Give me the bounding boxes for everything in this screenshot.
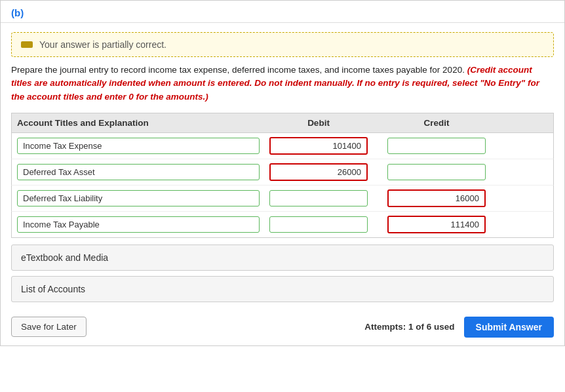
account-cell-2	[17, 164, 260, 180]
table-row	[11, 159, 554, 186]
account-input-3[interactable]	[17, 190, 260, 206]
etextbook-collapsible[interactable]: eTextbook and Media	[11, 245, 554, 271]
debit-cell-2	[260, 163, 378, 181]
account-cell-3	[17, 190, 260, 206]
debit-cell-1	[260, 137, 378, 155]
account-input-2[interactable]	[17, 164, 260, 180]
credit-cell-4	[378, 216, 496, 233]
header-debit: Debit	[260, 118, 378, 128]
journal-table: Account Titles and Explanation Debit Cre…	[11, 113, 554, 238]
section-label: (b)	[1, 1, 564, 22]
footer-right: Attempts: 1 of 6 used Submit Answer	[364, 317, 554, 338]
account-cell-4	[17, 216, 260, 233]
top-divider	[1, 22, 564, 23]
attempts-text: Attempts: 1 of 6 used	[364, 322, 454, 332]
submit-button[interactable]: Submit Answer	[464, 317, 554, 338]
account-input-4[interactable]	[17, 216, 260, 233]
instructions-normal: Prepare the journal entry to record inco…	[11, 65, 467, 75]
partial-correct-box: Your answer is partially correct.	[11, 32, 554, 57]
partial-correct-text: Your answer is partially correct.	[39, 39, 166, 50]
credit-input-2[interactable]	[387, 164, 486, 180]
etextbook-label: eTextbook and Media	[21, 252, 108, 263]
credit-input-4[interactable]	[387, 216, 486, 233]
debit-input-3[interactable]	[269, 190, 368, 206]
credit-cell-1	[378, 138, 496, 154]
partial-correct-icon	[21, 41, 33, 48]
table-row	[11, 133, 554, 159]
table-row	[11, 186, 554, 212]
debit-cell-3	[260, 190, 378, 206]
list-of-accounts-label: List of Accounts	[21, 284, 85, 294]
footer: Save for Later Attempts: 1 of 6 used Sub…	[1, 309, 564, 345]
credit-cell-3	[378, 189, 496, 207]
list-of-accounts-collapsible[interactable]: List of Accounts	[11, 276, 554, 302]
page-wrapper: (b) Your answer is partially correct. Pr…	[0, 0, 565, 346]
table-header: Account Titles and Explanation Debit Cre…	[11, 113, 554, 133]
save-button[interactable]: Save for Later	[11, 317, 87, 337]
credit-input-3[interactable]	[387, 189, 486, 207]
credit-cell-2	[378, 164, 496, 180]
debit-cell-4	[260, 216, 378, 233]
instructions: Prepare the journal entry to record inco…	[11, 64, 554, 104]
table-row	[11, 212, 554, 238]
header-account: Account Titles and Explanation	[17, 118, 260, 128]
debit-input-4[interactable]	[269, 216, 368, 233]
account-input-1[interactable]	[17, 138, 260, 154]
debit-input-2[interactable]	[269, 163, 368, 181]
header-credit: Credit	[378, 118, 496, 128]
credit-input-1[interactable]	[387, 138, 486, 154]
debit-input-1[interactable]	[269, 137, 368, 155]
account-cell-1	[17, 138, 260, 154]
